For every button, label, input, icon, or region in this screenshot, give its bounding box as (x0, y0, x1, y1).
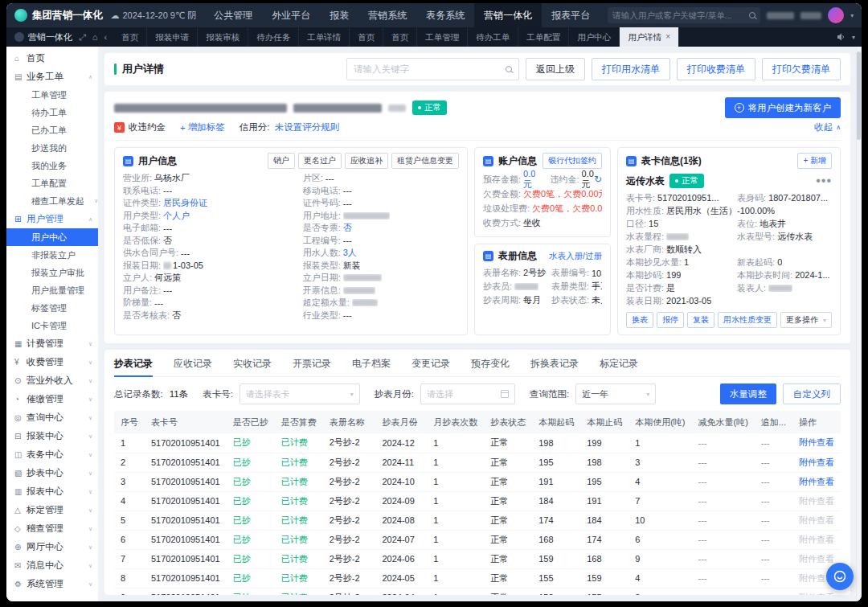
sidebar-item-13[interactable]: ◇稽查管理∨ (6, 519, 98, 538)
global-search[interactable] (608, 7, 760, 23)
topnav-menu-5[interactable]: 营销一体化 (474, 3, 542, 27)
record-tab-6[interactable]: 预存变化 (471, 350, 510, 376)
meter-button-1[interactable]: 报停 (657, 312, 684, 328)
meter-card-select[interactable]: 请选择表卡 ▾ (240, 383, 360, 404)
create-customer-button[interactable]: + 将用户创建为新客户 (725, 97, 841, 118)
sidebar-subitem-2-3[interactable]: 用户批量管理 (6, 281, 98, 299)
topnav-menu-3[interactable]: 营销系统 (358, 3, 416, 27)
credit-rule-link[interactable]: 未设置评分规则 (275, 122, 340, 132)
record-tab-8[interactable]: 标定记录 (600, 350, 638, 376)
sidebar-item-1[interactable]: ▤业务工单∧ (6, 68, 98, 86)
user-panel-button-3[interactable]: 租赁户信息变更 (391, 153, 459, 169)
page-tab-1[interactable]: 报装申请 (147, 27, 198, 47)
keyword-search-input[interactable] (354, 64, 506, 74)
topnav-menu-1[interactable]: 外业平台 (262, 3, 320, 27)
sidebar-subitem-1-1[interactable]: 待办工单 (6, 104, 98, 121)
sidebar-subitem-2-0[interactable]: 用户中心 (6, 228, 98, 246)
user-panel-button-0[interactable]: 销户 (268, 153, 295, 169)
custom-columns-button[interactable]: 自定义列 (783, 383, 841, 404)
page-tab-5[interactable]: 首页 (350, 27, 383, 47)
water-adjust-button[interactable]: 水量调整 (720, 383, 776, 404)
chevron-down-icon[interactable]: ▾ (850, 12, 854, 19)
search-icon[interactable] (506, 66, 512, 72)
search-icon[interactable] (749, 12, 755, 18)
more-options-icon[interactable]: ••• (816, 174, 832, 188)
attachment-view-link[interactable]: 附件查看 (799, 437, 834, 447)
query-range-select[interactable]: 近一年 ▾ (575, 383, 656, 404)
speaker-icon[interactable] (836, 32, 845, 42)
global-search-input[interactable] (612, 10, 745, 20)
header-button-0[interactable]: 返回上级 (526, 58, 585, 80)
sidebar-subitem-1-6[interactable]: 稽查工单发起∨ (6, 192, 98, 210)
sidebar-item-2[interactable]: ⊞用户管理∧ (6, 210, 98, 228)
attachment-view-link[interactable]: 附件查看 (799, 457, 834, 467)
topnav-menu-2[interactable]: 报装 (320, 3, 358, 27)
sidebar-item-10[interactable]: ▧抄表中心∨ (6, 464, 98, 482)
sidebar-item-16[interactable]: ⚙系统管理∨ (6, 575, 98, 593)
record-tab-1[interactable]: 应收记录 (174, 350, 212, 376)
header-button-1[interactable]: 打印用水清单 (592, 58, 670, 80)
record-tab-3[interactable]: 开票记录 (293, 350, 331, 376)
record-tab-4[interactable]: 电子档案 (352, 350, 391, 376)
meter-button-3[interactable]: 用水性质变更 (718, 312, 777, 328)
sidebar-subitem-2-5[interactable]: IC卡管理 (6, 317, 98, 334)
sidebar-item-8[interactable]: ⊟报装中心∨ (6, 427, 98, 445)
topnav-menu-6[interactable]: 报表平台 (542, 3, 600, 27)
topnav-menu-4[interactable]: 表务系统 (416, 3, 474, 27)
sidebar-subitem-1-0[interactable]: 工单管理 (6, 86, 98, 104)
bank-withhold-button[interactable]: 银行代扣签约 (542, 153, 602, 169)
sidebar-item-14[interactable]: ⊕网厅中心∨ (6, 538, 98, 556)
meter-button-0[interactable]: 换表 (626, 312, 653, 328)
header-button-2[interactable]: 打印收费清单 (677, 58, 755, 80)
sidebar-subitem-1-4[interactable]: 我的业务 (6, 157, 98, 174)
page-tab-2[interactable]: 报装审核 (198, 27, 248, 47)
sidebar-item-3[interactable]: ▦计费管理∨ (6, 334, 98, 353)
sidebar-item-5[interactable]: ⊙营业外收入∨ (6, 371, 98, 390)
page-tab-7[interactable]: 工单管理 (417, 27, 468, 47)
collect-penalty-action[interactable]: ¥ 收违约金 (114, 121, 166, 133)
scrollbar-track[interactable] (856, 47, 862, 601)
keyword-search[interactable] (346, 58, 519, 80)
scrollbar-thumb[interactable] (857, 51, 861, 140)
user-panel-button-2[interactable]: 应收追补 (345, 153, 388, 169)
sidebar-item-9[interactable]: ◫表务中心∨ (6, 445, 98, 464)
sidebar-subitem-1-3[interactable]: 抄送我的 (6, 139, 98, 157)
reading-month-picker[interactable]: 请选择 (420, 383, 515, 404)
sidebar-subitem-2-4[interactable]: 标签管理 (6, 299, 98, 317)
page-tab-8[interactable]: 待办工单 (468, 27, 518, 47)
meter-button-2[interactable]: 复装 (687, 312, 714, 328)
page-tab-3[interactable]: 待办任务 (248, 27, 299, 47)
meter-button-4[interactable]: 更多操作▾ (780, 312, 832, 328)
sidebar-item-6[interactable]: ◔催缴管理∨ (6, 390, 98, 408)
record-tab-5[interactable]: 变更记录 (411, 350, 450, 376)
meter-register-link[interactable]: 水表入册/过册 (549, 251, 602, 262)
sidebar-item-4[interactable]: ¥收费管理∨ (6, 353, 98, 371)
record-tab-7[interactable]: 拆换表记录 (530, 350, 579, 376)
sidebar-item-15[interactable]: ✉消息中心∨ (6, 556, 98, 575)
sidebar-item-11[interactable]: ▥报表中心∨ (6, 482, 98, 501)
expand-icon[interactable]: ⤢ (79, 32, 86, 43)
back-icon[interactable]: ‹ (104, 32, 107, 42)
sidebar-subitem-1-5[interactable]: 工单配置 (6, 174, 98, 192)
sidebar-item-0[interactable]: ⌂首页 (6, 49, 98, 68)
page-tab-11[interactable]: 用户详情× (620, 27, 679, 47)
page-tab-10[interactable]: 用户中心 (569, 27, 620, 47)
add-tag-action[interactable]: + 增加标签 (180, 121, 225, 133)
close-icon[interactable]: × (665, 27, 670, 47)
sidebar-item-12[interactable]: △标定管理∨ (6, 501, 98, 519)
page-tab-0[interactable]: 首页 (113, 27, 147, 47)
sidebar-subitem-2-1[interactable]: 非报装立户 (6, 246, 98, 264)
topnav-menu-0[interactable]: 公共管理 (204, 3, 262, 27)
collapse-link[interactable]: 收起 ∧ (814, 121, 841, 133)
sidebar-subitem-2-2[interactable]: 报装立户审批 (6, 264, 98, 281)
user-panel-button-1[interactable]: 更名过户 (298, 153, 342, 169)
sidebar-item-7[interactable]: ◎查询中心∨ (6, 408, 98, 427)
avatar[interactable] (828, 7, 844, 23)
record-tab-0[interactable]: 抄表记录 (114, 350, 153, 376)
assistant-button[interactable] (826, 563, 854, 590)
refresh-icon[interactable]: ↻ (594, 174, 602, 185)
add-meter-button[interactable]: + 新增 (797, 153, 832, 169)
attachment-view-link[interactable]: 附件查看 (799, 477, 834, 486)
page-tab-4[interactable]: 工单详情 (299, 27, 350, 47)
page-tab-9[interactable]: 工单配置 (518, 27, 569, 47)
